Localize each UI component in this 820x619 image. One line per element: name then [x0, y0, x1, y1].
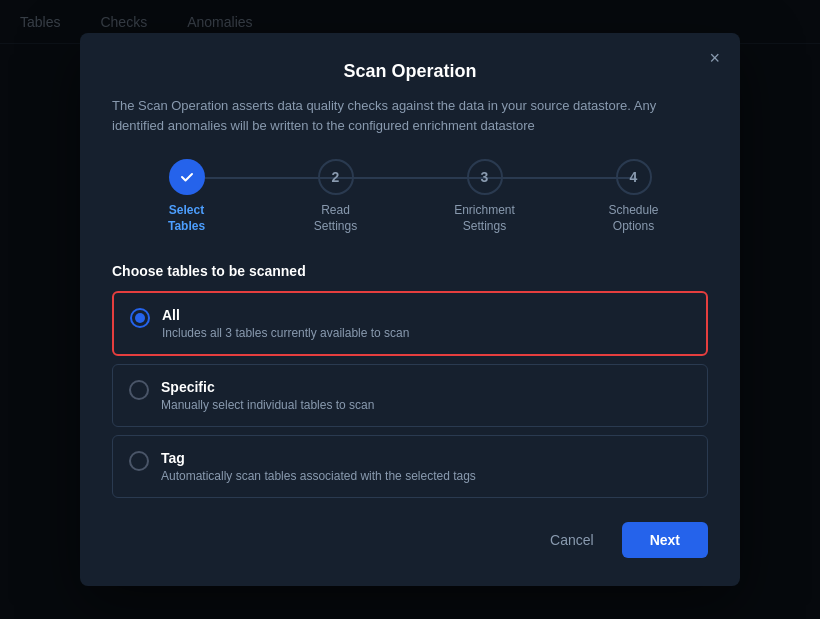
- step-1: SelectTables: [112, 159, 261, 234]
- option-specific-label: Specific: [161, 379, 374, 395]
- step-3: 3 EnrichmentSettings: [410, 159, 559, 234]
- radio-tag: [129, 451, 149, 471]
- check-icon: [179, 169, 195, 185]
- radio-all-inner: [135, 313, 145, 323]
- modal-overlay: × Scan Operation The Scan Operation asse…: [0, 0, 820, 619]
- option-all-content: All Includes all 3 tables currently avai…: [162, 307, 409, 340]
- step-1-circle: [169, 159, 205, 195]
- radio-all: [130, 308, 150, 328]
- section-title: Choose tables to be scanned: [112, 263, 708, 279]
- cancel-button[interactable]: Cancel: [534, 524, 610, 556]
- option-all-label: All: [162, 307, 409, 323]
- option-tag-desc: Automatically scan tables associated wit…: [161, 469, 476, 483]
- step-1-label: SelectTables: [168, 203, 205, 234]
- next-button[interactable]: Next: [622, 522, 708, 558]
- step-4: 4 ScheduleOptions: [559, 159, 708, 234]
- stepper: SelectTables 2 ReadSettings 3 Enrichment…: [112, 159, 708, 234]
- step-2: 2 ReadSettings: [261, 159, 410, 234]
- option-all[interactable]: All Includes all 3 tables currently avai…: [112, 291, 708, 356]
- option-tag[interactable]: Tag Automatically scan tables associated…: [112, 435, 708, 498]
- radio-specific: [129, 380, 149, 400]
- option-specific-content: Specific Manually select individual tabl…: [161, 379, 374, 412]
- step-2-circle: 2: [318, 159, 354, 195]
- option-tag-content: Tag Automatically scan tables associated…: [161, 450, 476, 483]
- modal-title: Scan Operation: [112, 61, 708, 82]
- step-4-label: ScheduleOptions: [608, 203, 658, 234]
- modal-description: The Scan Operation asserts data quality …: [112, 96, 708, 135]
- step-3-label: EnrichmentSettings: [454, 203, 515, 234]
- step-4-circle: 4: [616, 159, 652, 195]
- close-button[interactable]: ×: [709, 49, 720, 67]
- option-all-desc: Includes all 3 tables currently availabl…: [162, 326, 409, 340]
- scan-operation-modal: × Scan Operation The Scan Operation asse…: [80, 33, 740, 585]
- step-3-circle: 3: [467, 159, 503, 195]
- modal-footer: Cancel Next: [112, 522, 708, 558]
- option-tag-label: Tag: [161, 450, 476, 466]
- step-2-label: ReadSettings: [314, 203, 357, 234]
- option-specific[interactable]: Specific Manually select individual tabl…: [112, 364, 708, 427]
- option-specific-desc: Manually select individual tables to sca…: [161, 398, 374, 412]
